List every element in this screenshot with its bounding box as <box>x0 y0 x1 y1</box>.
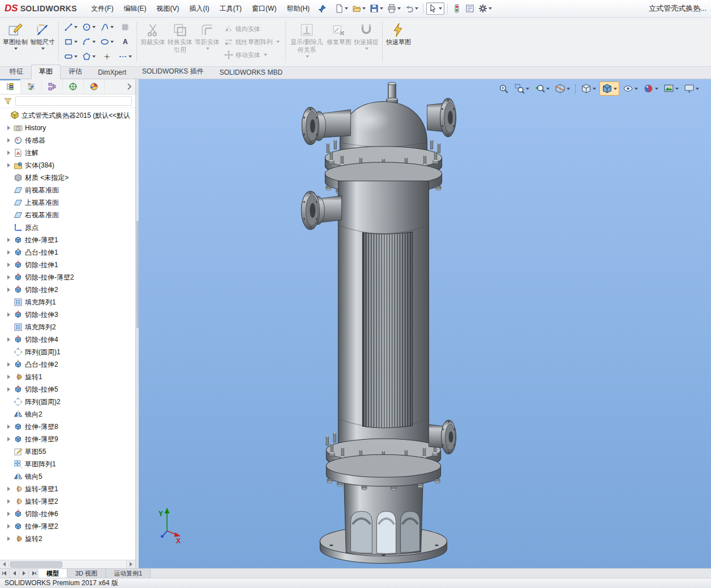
expand-arrow-icon[interactable] <box>6 262 11 268</box>
new-document-button[interactable] <box>333 3 350 14</box>
mirror-entities-button[interactable]: 镜向实体 <box>221 23 282 35</box>
expand-arrow-icon[interactable] <box>6 287 11 293</box>
tree-item[interactable]: 旋转2 <box>0 533 135 545</box>
expand-arrow-icon[interactable] <box>6 312 11 317</box>
tree-item[interactable]: 传感器 <box>0 134 135 147</box>
tree-item[interactable]: 拉伸-薄壁9 <box>0 433 135 445</box>
menu-help[interactable]: 帮助(H) <box>281 2 315 16</box>
zoom-area-button[interactable] <box>512 82 531 95</box>
rapid-sketch-button[interactable]: 快速草图 <box>386 20 412 63</box>
expand-arrow-icon[interactable] <box>6 374 11 380</box>
expand-arrow-icon[interactable] <box>6 362 11 367</box>
section-view-button[interactable] <box>553 82 572 95</box>
scroll-right-button[interactable] <box>126 560 135 568</box>
scroll-left-button[interactable] <box>0 560 9 568</box>
sketch-draw-button[interactable]: 草图绘制 <box>2 20 28 63</box>
options-gear-button[interactable] <box>477 3 494 14</box>
expand-arrow-icon[interactable] <box>6 486 11 492</box>
offset-entities-button[interactable]: 等距实体 <box>194 20 220 63</box>
tree-item[interactable]: 右视基准面 <box>0 209 135 221</box>
expand-arrow-icon[interactable] <box>6 138 11 143</box>
convert-entities-button[interactable]: 转换实体引用 <box>167 20 193 63</box>
tree-item[interactable]: 拉伸-薄壁1 <box>0 234 135 246</box>
previous-tab-button[interactable] <box>10 569 19 578</box>
tree-item[interactable]: 实体(384) <box>0 159 135 171</box>
expand-arrow-icon[interactable] <box>6 274 11 280</box>
menu-tools[interactable]: 工具(T) <box>215 2 247 16</box>
menu-insert[interactable]: 插入(I) <box>184 2 214 16</box>
trim-entities-button[interactable]: 剪裁实体 <box>140 20 166 63</box>
tree-item[interactable]: 草图55 <box>0 445 135 458</box>
tree-item[interactable]: 草图阵列1 <box>0 458 135 470</box>
tree-item[interactable]: 填充阵列2 <box>0 321 135 333</box>
configurationmanager-tab[interactable] <box>42 79 63 94</box>
tree-item[interactable]: 切除-拉伸2 <box>0 284 135 296</box>
middle-left-nozzle[interactable] <box>301 191 341 230</box>
ribbon-tab-SOLIDWORKS-插件[interactable]: SOLIDWORKS 插件 <box>134 65 212 79</box>
tree-filter-input[interactable] <box>15 96 132 106</box>
tree-item[interactable]: 切除-拉伸5 <box>0 383 135 396</box>
expand-pane-button[interactable] <box>123 79 135 94</box>
first-tab-button[interactable] <box>0 569 10 578</box>
menu-window[interactable]: 窗口(W) <box>247 2 281 16</box>
tree-item[interactable]: 原点 <box>0 221 135 234</box>
menu-edit[interactable]: 编辑(E) <box>118 2 151 16</box>
graphics-area[interactable]: Y X <box>139 79 711 568</box>
zoom-fit-button[interactable] <box>496 82 511 95</box>
feature-tree-root[interactable]: 立式管壳式换热器2015 (默认<<默认 <box>0 109 135 122</box>
tree-item[interactable]: 切除-拉伸3 <box>0 308 135 321</box>
spline-tool-button[interactable] <box>98 20 115 35</box>
menu-view[interactable]: 视图(V) <box>151 2 184 16</box>
tree-item[interactable]: 阵列(圆周)1 <box>0 346 135 358</box>
grid-tool-button[interactable] <box>116 20 134 35</box>
tree-item[interactable]: 拉伸-薄壁8 <box>0 420 135 433</box>
support-skirt[interactable] <box>344 475 423 554</box>
task-pane-button[interactable] <box>464 3 476 14</box>
pin-toolbar-button[interactable] <box>316 3 328 14</box>
panel-horizontal-scrollbar[interactable] <box>0 560 135 568</box>
ribbon-tab-SOLIDWORKS-MBD[interactable]: SOLIDWORKS MBD <box>212 66 290 79</box>
tree-item[interactable]: 阵列(圆周)2 <box>0 396 135 408</box>
shell-and-tube-bundle[interactable] <box>338 181 429 456</box>
featuremanager-tab[interactable] <box>0 79 21 94</box>
arc-tool-button[interactable] <box>80 35 97 49</box>
heat-exchanger-3d-model[interactable]: Y X <box>139 79 711 568</box>
display-style-button[interactable] <box>599 81 619 96</box>
centerline-tool-button[interactable] <box>116 50 134 64</box>
relations-button[interactable]: 显示/删除几何关系 <box>289 20 325 63</box>
expand-arrow-icon[interactable] <box>6 337 11 342</box>
apply-scene-button[interactable] <box>662 82 680 95</box>
scrollbar-thumb[interactable] <box>10 561 62 568</box>
previous-view-button[interactable] <box>533 82 551 95</box>
top-vent-nozzle[interactable] <box>386 82 397 102</box>
displaymanager-tab[interactable] <box>84 79 105 94</box>
propertymanager-tab[interactable] <box>21 79 42 94</box>
ribbon-tab-DimXpert[interactable]: DimXpert <box>90 66 134 79</box>
view-orientation-button[interactable] <box>579 82 598 95</box>
view-settings-button[interactable] <box>682 82 701 95</box>
expand-arrow-icon[interactable] <box>6 436 11 442</box>
tree-item[interactable]: 凸台-拉伸1 <box>0 246 135 259</box>
expand-arrow-icon[interactable] <box>6 237 11 243</box>
edit-appearance-button[interactable] <box>641 82 660 95</box>
hide-show-items-button[interactable] <box>621 82 640 95</box>
tree-item[interactable]: 拉伸-薄壁2 <box>0 520 135 533</box>
select-button[interactable] <box>426 2 444 15</box>
polygon-tool-button[interactable] <box>80 50 97 64</box>
smart-dimension-button[interactable]: 智能尺寸 <box>29 20 55 63</box>
repair-sketch-button[interactable]: 修复草图 <box>326 20 352 63</box>
expand-arrow-icon[interactable] <box>6 511 11 517</box>
tree-item[interactable]: 旋转-薄壁2 <box>0 495 135 508</box>
tree-item[interactable]: 凸台-拉伸2 <box>0 358 135 371</box>
last-tab-button[interactable] <box>29 569 38 578</box>
tree-item[interactable]: History <box>0 122 135 134</box>
expand-arrow-icon[interactable] <box>6 387 11 392</box>
tree-item[interactable]: 镜向2 <box>0 408 135 420</box>
tree-item[interactable]: 切除-拉伸-薄壁2 <box>0 271 135 284</box>
print-button[interactable] <box>386 3 402 14</box>
bottom-tab-3D-视图[interactable]: 3D 视图 <box>67 569 106 578</box>
expand-arrow-icon[interactable] <box>6 250 11 255</box>
rebuild-button[interactable] <box>451 3 463 14</box>
circle-tool-button[interactable] <box>80 20 97 35</box>
move-entities-button[interactable]: 移动实体 <box>221 49 282 61</box>
